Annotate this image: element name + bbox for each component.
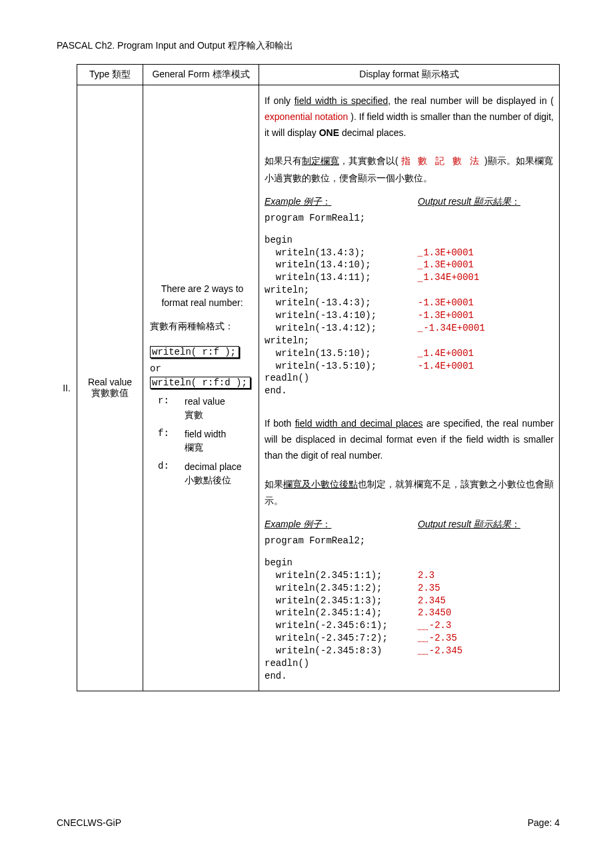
th-type: Type 類型	[77, 65, 143, 85]
or-text: or	[150, 363, 255, 374]
para4: 如果欄寬及小數位後點也制定，就算欄寬不足，該實數之小數位也會顯示。	[265, 476, 554, 509]
legend-r-key: r:	[158, 395, 177, 406]
row-number: II.	[57, 85, 77, 691]
para3: If both field width and decimal places a…	[265, 416, 554, 463]
legend-f-key: f:	[158, 428, 177, 439]
footer-right: Page: 4	[528, 817, 560, 828]
example1-code: program FormReal1; begin writeln(13.4:3)…	[265, 212, 554, 397]
th-general: General Form 標準模式	[143, 65, 259, 85]
th-blank	[57, 65, 77, 85]
general-form-cell: There are 2 ways to format real number: …	[143, 85, 259, 691]
legend-d-val: decimal place 小數點後位	[185, 461, 255, 487]
legend-f-val: field width 欄寬	[185, 428, 255, 454]
page-header: PASCAL Ch2. Program Input and Output 程序輸…	[57, 40, 560, 52]
example2-code: program FormReal2; begin writeln(2.345:1…	[265, 535, 554, 683]
legend-d-key: d:	[158, 461, 177, 471]
type-en: Real value	[88, 377, 132, 387]
type-cell: Real value 實數數值	[77, 85, 143, 691]
page-footer: CNECLWS-GiP Page: 4	[57, 817, 560, 828]
code-box-2: writeln( r:f:d );	[150, 377, 251, 389]
example2-header: Example 例子： Output result 顯示結果：	[265, 519, 554, 531]
gen-intro: There are 2 ways to format real number:	[150, 282, 255, 310]
th-display: Display format 顯示格式	[259, 65, 560, 85]
para1: If only field width is specified, the re…	[265, 93, 554, 141]
display-cell: If only field width is specified, the re…	[259, 85, 560, 691]
gen-intro-zh: 實數有兩種輸格式：	[150, 321, 255, 333]
example1-header: Example 例子： Output result 顯示結果：	[265, 196, 554, 208]
format-table: Type 類型 General Form 標準模式 Display format…	[57, 64, 560, 691]
para2: 如果只有制定欄寬，其實數會以( 指 數 記 數 法 )顯示。如果欄寬小過實數的數…	[265, 153, 554, 186]
footer-left: CNECLWS-GiP	[57, 817, 121, 828]
legend-r-val: real value 實數	[185, 395, 255, 421]
type-zh: 實數數值	[91, 387, 129, 398]
code-box-1: writeln( r:f );	[150, 346, 239, 358]
legend: r: real value 實數 f: field width 欄寬 d: de…	[158, 395, 255, 487]
